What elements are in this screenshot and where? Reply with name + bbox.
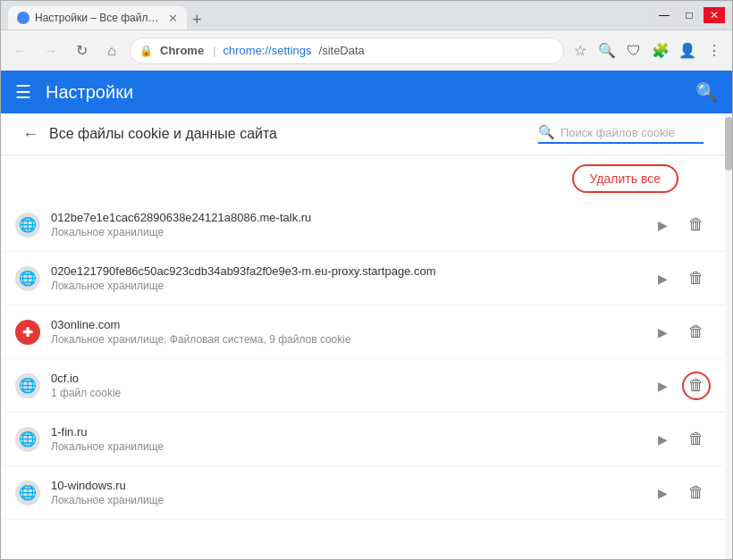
cookie-list-item: 🌐 020e121790fe86c50ac923cdb34ab93fa2f0e9… — [1, 252, 725, 305]
app-search-button[interactable]: 🔍 — [695, 81, 718, 103]
cookie-domain: 012be7e1e1cac62890638e24121a8086.me-talk… — [51, 211, 658, 224]
forward-button[interactable]: → — [38, 43, 63, 59]
shield-icon: 🛡 — [623, 43, 645, 59]
back-button[interactable]: ← — [8, 43, 33, 59]
cookie-delete-button[interactable]: 🗑 — [682, 479, 711, 507]
cookie-favicon: ✚ — [15, 320, 40, 345]
cookie-expand-button[interactable]: ▶ — [658, 486, 668, 500]
cookie-expand-button[interactable]: ▶ — [658, 272, 668, 286]
cookie-list-item: 🌐 1-fin.ru Локальное хранилище ▶ 🗑 — [1, 413, 725, 466]
cookie-info: 0cf.io 1 файл cookie — [51, 372, 658, 399]
cookie-domain: 03online.com — [51, 318, 658, 331]
address-bar: ← → ↻ ⌂ 🔒 Chrome | chrome://settings /si… — [1, 29, 732, 71]
cookie-list-item: 🌐 0cf.io 1 файл cookie ▶ 🗑 — [1, 359, 725, 413]
tab-close-button[interactable]: ✕ — [168, 12, 178, 25]
cookie-favicon: 🌐 — [15, 213, 40, 238]
cookie-favicon: 🌐 — [15, 427, 40, 452]
cookie-favicon: 🌐 — [15, 373, 40, 398]
cookie-detail: Локальное хранилище, Файловая система, 9… — [51, 333, 658, 346]
content-area: ← Все файлы cookie и данные сайта 🔍 Удал… — [1, 113, 732, 559]
window-controls: — □ ✕ — [653, 7, 725, 23]
cookie-favicon: 🌐 — [15, 266, 40, 291]
hamburger-menu-button[interactable]: ☰ — [15, 81, 31, 103]
menu-button[interactable]: ⋮ — [704, 42, 725, 59]
cookie-detail: Локальное хранилище — [51, 440, 658, 453]
url-path-part: /siteData — [319, 44, 365, 57]
title-bar: Настройки – Все файлы cookie ✕ + — □ ✕ — [1, 1, 732, 29]
cookie-info: 020e121790fe86c50ac923cdb34ab93fa2f0e9e3… — [51, 264, 658, 292]
tab-title: Настройки – Все файлы cookie — [35, 12, 159, 24]
translate-icon: 🔍 — [596, 42, 618, 59]
cookie-info: 10-windows.ru Локальное хранилище — [51, 479, 658, 506]
cookie-expand-button[interactable]: ▶ — [658, 379, 668, 393]
lock-icon: 🔒 — [139, 45, 153, 57]
cookie-domain: 10-windows.ru — [51, 479, 658, 492]
cookie-favicon: 🌐 — [15, 481, 40, 506]
minimize-button[interactable]: — — [653, 7, 675, 23]
delete-all-button[interactable]: Удалить все — [572, 164, 678, 193]
reload-button[interactable]: ↻ — [69, 42, 94, 59]
cookie-list: 🌐 012be7e1e1cac62890638e24121a8086.me-ta… — [1, 198, 725, 559]
cookie-delete-button[interactable]: 🗑 — [682, 211, 711, 239]
cookie-expand-button[interactable]: ▶ — [658, 432, 668, 447]
active-tab[interactable]: Настройки – Все файлы cookie ✕ — [8, 6, 187, 29]
cookie-detail: Локальное хранилище — [51, 494, 658, 506]
cookie-list-item: 🌐 10-windows.ru Локальное хранилище ▶ 🗑 — [1, 466, 725, 520]
cookie-detail: 1 файл cookie — [51, 387, 658, 399]
url-settings-part: chrome://settings — [223, 44, 312, 57]
cookie-domain: 020e121790fe86c50ac923cdb34ab93fa2f0e9e3… — [51, 264, 658, 278]
app-title: Настройки — [46, 82, 695, 103]
page-back-button[interactable]: ← — [22, 125, 38, 144]
url-bar[interactable]: 🔒 Chrome | chrome://settings /siteData — [130, 38, 564, 64]
cookie-expand-button[interactable]: ▶ — [658, 218, 668, 232]
cookie-delete-button[interactable]: 🗑 — [682, 318, 711, 347]
scrollbar-track[interactable] — [725, 113, 732, 559]
delete-all-row: Удалить все — [1, 155, 725, 198]
bookmark-icon[interactable]: ☆ — [569, 42, 591, 59]
page-header: ← Все файлы cookie и данные сайта 🔍 — [1, 113, 725, 155]
home-button[interactable]: ⌂ — [99, 43, 124, 59]
cookie-delete-button[interactable]: 🗑 — [682, 264, 711, 293]
tab-favicon — [17, 12, 29, 24]
url-chrome-label: Chrome — [160, 44, 204, 57]
close-button[interactable]: ✕ — [704, 7, 725, 23]
cookie-info: 03online.com Локальное хранилище, Файлов… — [51, 318, 658, 346]
page-title: Все файлы cookie и данные сайта — [49, 126, 527, 142]
cookie-domain: 1-fin.ru — [51, 425, 658, 439]
cookie-info: 012be7e1e1cac62890638e24121a8086.me-talk… — [51, 211, 658, 238]
app-bar: ☰ Настройки 🔍 — [1, 71, 732, 113]
extensions-icon[interactable]: 🧩 — [650, 42, 671, 59]
cookie-expand-button[interactable]: ▶ — [658, 325, 668, 339]
maximize-button[interactable]: □ — [678, 7, 700, 23]
cookie-list-item: 🌐 012be7e1e1cac62890638e24121a8086.me-ta… — [1, 198, 725, 252]
url-separator: | — [213, 44, 215, 57]
search-cookie-box: 🔍 — [538, 124, 704, 144]
scrollbar-thumb[interactable] — [725, 117, 732, 171]
cookie-list-item: ✚ 03online.com Локальное хранилище, Файл… — [1, 305, 725, 359]
new-tab-button[interactable]: + — [192, 11, 202, 29]
search-cookie-icon: 🔍 — [538, 124, 555, 140]
cookie-domain: 0cf.io — [51, 372, 658, 385]
cookie-info: 1-fin.ru Локальное хранилище — [51, 425, 658, 453]
cookie-detail: Локальное хранилище — [51, 226, 658, 238]
cookie-delete-button[interactable]: 🗑 — [682, 425, 711, 454]
search-cookie-input[interactable] — [560, 126, 704, 139]
avatar-icon[interactable]: 👤 — [677, 42, 698, 59]
tab-area: Настройки – Все файлы cookie ✕ + — [8, 1, 653, 29]
cookie-delete-button[interactable]: 🗑 — [682, 372, 711, 400]
cookie-detail: Локальное хранилище — [51, 280, 658, 292]
main-content: ← Все файлы cookie и данные сайта 🔍 Удал… — [1, 113, 725, 559]
